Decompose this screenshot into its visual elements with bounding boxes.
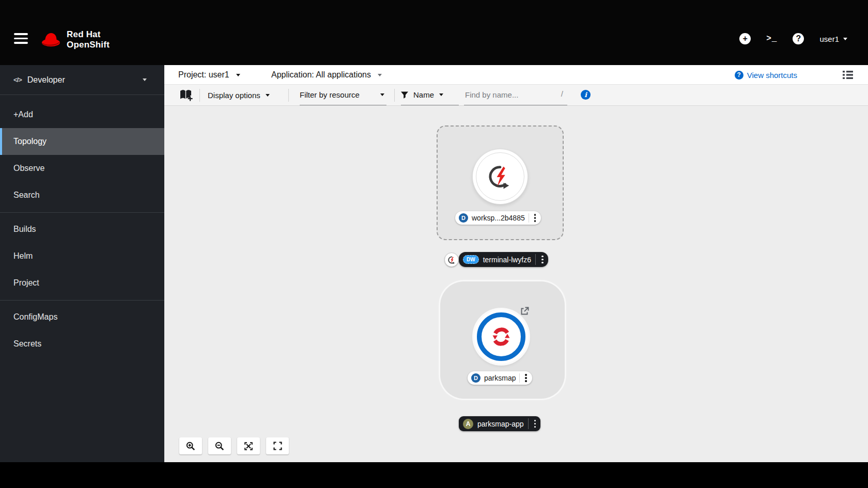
brand-logo: Red Hat OpenShift (40, 29, 110, 50)
username: user1 (819, 35, 839, 43)
open-url-icon[interactable] (520, 306, 530, 318)
quick-start-guide-icon[interactable] (179, 88, 193, 104)
sidebar-item-helm[interactable]: Helm (0, 243, 164, 270)
filter-by-resource-dropdown[interactable]: Filter by resource (300, 85, 386, 105)
sidebar-item-add[interactable]: +Add (0, 101, 164, 128)
chevron-down-icon (843, 38, 847, 40)
find-by-name-input[interactable] (464, 85, 567, 105)
reset-view-button[interactable] (266, 437, 289, 454)
perspective-switcher[interactable]: </> Developer (0, 65, 164, 95)
devworkspace-icon (447, 256, 456, 264)
letterbox-strip (0, 462, 868, 488)
list-view-toggle-icon[interactable] (842, 69, 854, 83)
terminal-kebab-icon[interactable] (540, 254, 545, 266)
filter-funnel-icon (401, 91, 408, 99)
sidebar-item-search[interactable]: Search (0, 182, 164, 209)
name-filter-dropdown[interactable]: Name (401, 85, 459, 105)
nav-section-3: ConfigMaps Secrets (0, 300, 164, 358)
info-icon[interactable]: i (581, 90, 591, 100)
workspace-node-ring (476, 152, 524, 201)
workspace-node[interactable] (473, 149, 528, 204)
chevron-down-icon (378, 74, 382, 76)
devworkspace-badge: DW (463, 255, 479, 264)
terminal-label-pill[interactable]: DW terminal-lwyfz6 (459, 252, 548, 267)
add-circle-icon[interactable]: + (739, 33, 751, 44)
masthead: Red Hat OpenShift + >_ ? user1 (0, 0, 868, 65)
terminal-node[interactable] (444, 253, 459, 267)
sidebar: </> Developer +Add Topology Observe Sear… (0, 65, 164, 462)
workspace-label-pill[interactable]: D worksp...2b4885 (455, 211, 541, 225)
application-dropdown[interactable]: Application: All applications (271, 65, 382, 85)
project-dropdown[interactable]: Project: user1 (178, 65, 240, 85)
user-menu[interactable]: user1 (819, 35, 847, 43)
question-circle-icon: ? (735, 71, 743, 80)
pod-ring (477, 312, 525, 361)
chevron-down-icon (236, 74, 240, 76)
brand-line2: OpenShift (67, 40, 110, 50)
application-badge: A (463, 419, 473, 429)
topology-toolbar: Display options Filter by resource Name … (164, 85, 868, 106)
sidebar-item-observe[interactable]: Observe (0, 155, 164, 182)
topology-canvas[interactable]: D worksp...2b4885 DW terminal-lwyfz6 (164, 106, 868, 462)
slash-shortcut-hint: / (561, 89, 563, 98)
nav-section-2: Builds Helm Project (0, 212, 164, 297)
main-content: Project: user1 Application: All applicat… (164, 65, 868, 462)
sidebar-item-configmaps[interactable]: ConfigMaps (0, 304, 164, 330)
application-label-pill[interactable]: A parksmap-app (459, 416, 540, 431)
display-options-dropdown[interactable]: Display options (208, 85, 270, 105)
nav-toggle-icon[interactable] (14, 33, 28, 44)
parksmap-kebab-icon[interactable] (523, 372, 529, 384)
zoom-in-button[interactable] (179, 437, 202, 454)
brand-line1: Red Hat (67, 29, 110, 40)
deployment-badge: D (471, 373, 481, 383)
fit-to-screen-button[interactable] (237, 437, 260, 454)
parksmap-openshift-icon (490, 325, 513, 348)
application-name: parksmap-app (477, 420, 524, 428)
web-terminal-icon[interactable]: >_ (766, 34, 777, 43)
developer-code-icon: </> (13, 76, 22, 84)
chevron-down-icon (439, 93, 443, 96)
perspective-label: Developer (27, 75, 65, 85)
workspace-name: worksp...2b4885 (472, 214, 525, 222)
sidebar-item-builds[interactable]: Builds (0, 216, 164, 243)
chevron-down-icon (143, 78, 147, 81)
help-icon[interactable]: ? (793, 33, 804, 44)
zoom-out-button[interactable] (208, 437, 231, 454)
sidebar-item-project[interactable]: Project (0, 270, 164, 296)
sidebar-item-secrets[interactable]: Secrets (0, 330, 164, 357)
openshift-console: Red Hat OpenShift + >_ ? user1 </> Devel… (0, 0, 868, 488)
parksmap-label-pill[interactable]: D parksmap (468, 371, 532, 385)
view-shortcuts-link[interactable]: ? View shortcuts (735, 65, 797, 85)
workspace-kebab-icon[interactable] (533, 212, 538, 224)
nav-section-1: +Add Topology Observe Search (0, 100, 164, 210)
deployment-badge: D (459, 213, 468, 223)
sidebar-item-topology[interactable]: Topology (0, 128, 164, 155)
find-by-name-field: / (464, 85, 567, 105)
redhat-fedora-icon (40, 32, 62, 49)
canvas-controls (179, 437, 289, 454)
chevron-down-icon (380, 93, 384, 96)
toolbar-divider (199, 89, 200, 102)
context-bar: Project: user1 Application: All applicat… (164, 65, 868, 85)
toolbar-divider (394, 89, 395, 102)
application-kebab-icon[interactable] (533, 418, 538, 430)
toolbar-divider (288, 89, 289, 102)
chevron-down-icon (266, 94, 270, 97)
terminal-name: terminal-lwyfz6 (483, 256, 531, 264)
parksmap-name: parksmap (484, 374, 516, 382)
